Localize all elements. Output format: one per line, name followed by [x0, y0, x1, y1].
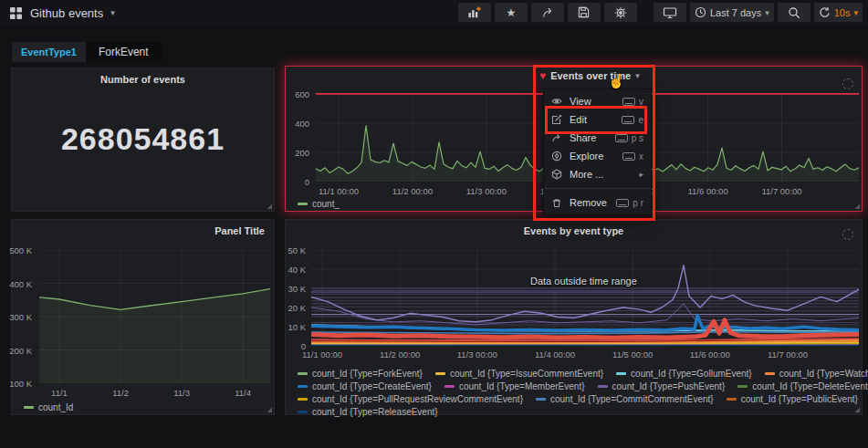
keyboard-icon — [622, 116, 634, 124]
legend-item[interactable]: count_Id {Type=GollumEvent} — [616, 369, 752, 379]
data-outside-range-annotation: Data outside time range — [530, 276, 637, 287]
legend-item[interactable]: count_Id {Type=ForkEvent} — [298, 369, 423, 379]
menu-item-label: View — [570, 96, 591, 107]
legend-item[interactable]: count_Id {Type=ReleaseEvent} — [298, 407, 438, 417]
menu-item-share[interactable]: Share p s — [544, 129, 651, 147]
panel-title-chart[interactable] — [39, 250, 270, 383]
legend-label: count_Id {Type=ReleaseEvent} — [312, 407, 438, 417]
add-panel-button[interactable] — [458, 3, 491, 22]
grid-icon[interactable] — [9, 6, 23, 20]
series-color-marker — [598, 385, 608, 388]
legend-item[interactable]: count_Id {Type=CommitCommentEvent} — [536, 394, 714, 404]
menu-item-remove[interactable]: Remove p r — [544, 193, 651, 212]
menu-item-more[interactable]: More ... ▸ — [544, 165, 651, 183]
legend-item[interactable]: count_Id {Type=MemberEvent} — [444, 381, 585, 391]
share-button[interactable] — [531, 3, 564, 22]
chart-legend: count_Id {Type=ForkEvent}count_Id {Type=… — [298, 367, 852, 418]
compass-icon — [551, 151, 563, 161]
x-tick-label: 11/6 00:00 — [687, 186, 727, 196]
time-range-label: Last 7 days — [710, 7, 761, 18]
refresh-button[interactable]: 10s ▾ — [814, 3, 863, 22]
panel-title-menu-trigger[interactable]: ♥ Events over time ▾ — [539, 70, 640, 81]
legend-item[interactable]: count_Id {Type=IssueCommentEvent} — [435, 369, 603, 379]
legend-item[interactable]: count_ — [298, 199, 340, 209]
y-tick-label: 200 — [295, 148, 309, 158]
legend-label: count_Id {Type=PushEvent} — [612, 381, 726, 391]
settings-button[interactable] — [604, 3, 637, 22]
chevron-down-icon: ▾ — [765, 8, 769, 17]
variable-value-dropdown[interactable]: ForkEvent — [86, 42, 162, 62]
panel-number-of-events: Number of events 268054861 — [11, 68, 275, 212]
legend-item[interactable]: count_Id {Type=WatchEvent} — [765, 369, 868, 379]
menu-divider — [544, 188, 651, 189]
menu-item-label: Explore — [570, 151, 603, 161]
legend-item[interactable]: count_Id {Type=CreateEvent} — [298, 381, 432, 391]
legend-item[interactable]: count_Id {Type=PushEvent} — [598, 381, 726, 391]
series-color-marker — [737, 385, 748, 388]
time-range-picker[interactable]: Last 7 days ▾ — [690, 3, 774, 22]
resize-handle[interactable] — [266, 406, 272, 412]
legend-label: count_Id {Type=DeleteEvent} — [752, 381, 868, 391]
legend-label: count_Id {Type=ForkEvent} — [312, 369, 423, 379]
save-button[interactable] — [568, 3, 601, 22]
y-tick-label: 10 K — [288, 322, 306, 332]
cube-icon — [551, 169, 563, 180]
resize-handle[interactable] — [853, 203, 860, 209]
y-tick-label: 100 K — [9, 379, 32, 389]
resize-handle[interactable] — [853, 406, 860, 412]
zoom-out-button[interactable] — [778, 3, 810, 22]
shortcut-label: v — [639, 97, 643, 107]
menu-item-explore[interactable]: Explore x — [544, 147, 651, 165]
keyboard-icon — [622, 98, 635, 106]
refresh-interval-label[interactable]: 10s — [834, 7, 851, 18]
x-axis-labels: 11/1 00:0011/2 00:0011/3 00:0011/4 00:00… — [311, 349, 859, 360]
chevron-down-icon[interactable]: ▾ — [110, 8, 115, 17]
cycle-view-button[interactable] — [654, 3, 686, 22]
x-tick-label: 11/1 00:00 — [319, 186, 359, 196]
keyboard-icon — [622, 152, 635, 161]
legend-label: count_Id {Type=IssueCommentEvent} — [450, 369, 603, 379]
y-tick-label: 0 — [305, 177, 309, 187]
panel-title[interactable]: Events by event type — [286, 225, 862, 236]
series-color-marker — [616, 372, 626, 375]
x-tick-label: 11/1 00:00 — [302, 349, 342, 359]
menu-item-view[interactable]: View v — [544, 92, 651, 110]
stat-value: 268054861 — [12, 121, 274, 157]
legend-item[interactable]: count_Id {Type=PublicEvent} — [727, 394, 858, 404]
y-axis-labels: 100 K200 K300 K400 K500 K — [12, 250, 36, 383]
legend-row: count_Id {Type=ForkEvent}count_Id {Type=… — [298, 367, 852, 380]
menu-item-label: Edit — [570, 114, 587, 125]
x-tick-label: 11/2 — [112, 388, 129, 398]
star-button[interactable]: ★ — [495, 3, 528, 22]
legend-label: count_Id {Type=CommitCommentEvent} — [550, 394, 714, 404]
series-color-marker — [298, 411, 308, 413]
chevron-down-icon[interactable]: ▾ — [635, 71, 640, 80]
panel-loading-spinner-icon — [842, 78, 853, 89]
legend-item[interactable]: count_Id {Type=PullRequestReviewCommentE… — [298, 394, 523, 404]
legend-row: count_Id {Type=ReleaseEvent} — [298, 405, 852, 418]
legend-item[interactable]: count_Id — [24, 402, 73, 412]
legend-row: count_Id {Type=CreateEvent}count_Id {Typ… — [298, 380, 852, 392]
x-tick-label: 11/4 — [235, 388, 251, 398]
x-tick-label: 11/1 — [51, 388, 68, 398]
x-tick-label: 11/2 00:00 — [392, 186, 433, 196]
x-tick-label: 11/2 00:00 — [380, 349, 420, 359]
menu-item-edit[interactable]: Edit e — [544, 110, 651, 129]
resize-handle[interactable] — [266, 203, 272, 209]
panel-title[interactable]: Events over time — [550, 70, 631, 81]
y-tick-label: 400 K — [9, 279, 32, 289]
x-tick-label: 11/7 00:00 — [761, 186, 801, 196]
submenu-arrow-icon: ▸ — [639, 170, 643, 179]
panel-title[interactable]: Panel Title — [214, 225, 265, 236]
legend-item[interactable]: count_Id {Type=DeleteEvent} — [737, 381, 868, 391]
series-color-marker — [298, 385, 308, 388]
y-tick-label: 200 K — [9, 346, 32, 356]
chevron-down-icon[interactable]: ▾ — [853, 8, 858, 17]
events-by-type-chart[interactable] — [311, 250, 859, 346]
panel-title[interactable]: Number of events — [12, 74, 274, 85]
x-tick-label: 11/3 00:00 — [466, 186, 507, 196]
shortcut-label: p s — [632, 133, 643, 143]
dashboard-title[interactable]: Github events — [30, 6, 103, 20]
grafana-dashboard: { "navbar": { "title": "Github events", … — [0, 0, 868, 448]
x-tick-label: 11/5 00:00 — [612, 349, 653, 359]
